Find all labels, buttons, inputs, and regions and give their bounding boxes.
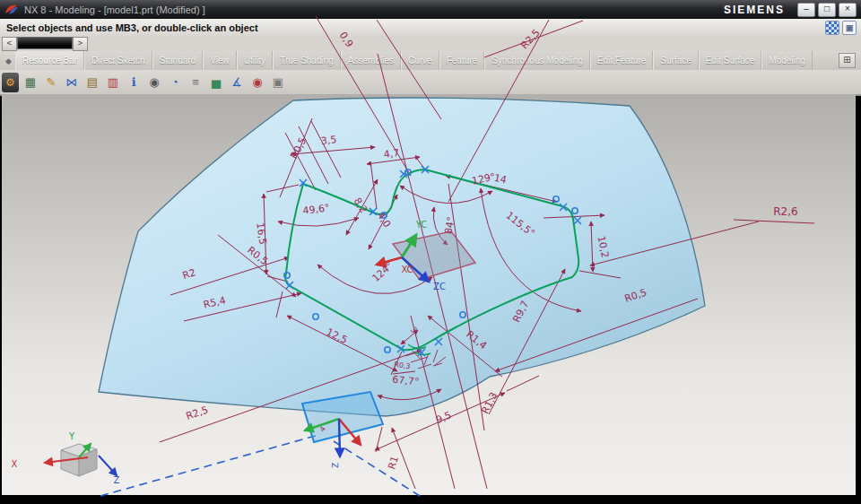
- clock-icon[interactable]: ◔: [166, 74, 184, 91]
- prompt-message: Select objects and use MB3, or double-cl…: [6, 22, 258, 33]
- tab-curve[interactable]: Curve: [401, 51, 439, 70]
- prompt-bar-icons: ▦▣: [825, 21, 857, 35]
- forward-button[interactable]: >: [73, 37, 88, 51]
- info-icon[interactable]: ℹ: [125, 74, 143, 91]
- toolbar-icons: ▦✎⋈▤▥ℹ◉◔≡▅∡◉▣: [22, 74, 287, 91]
- close-button[interactable]: ×: [839, 3, 857, 17]
- tab-true-shading[interactable]: True Shading: [273, 51, 341, 70]
- notes-icon[interactable]: ≡: [187, 74, 204, 91]
- nx-window: NX 8 - Modeling - [model1.prt (Modified)…: [0, 0, 861, 504]
- tab-standard[interactable]: Standard: [152, 51, 204, 70]
- tab-utility[interactable]: Utility: [237, 51, 273, 70]
- tab-view[interactable]: View: [203, 51, 237, 70]
- nx-logo-icon: [4, 4, 19, 15]
- roles-icon[interactable]: ◉: [248, 74, 266, 91]
- tab-surface[interactable]: Surface: [653, 51, 698, 70]
- tab-assemblies[interactable]: Assemblies: [341, 51, 401, 70]
- history-field[interactable]: [17, 37, 73, 49]
- tab-edit-surface[interactable]: Edit Surface: [699, 51, 761, 70]
- sketch-icon[interactable]: ✎: [42, 74, 60, 91]
- chart-icon[interactable]: ▅: [207, 74, 225, 91]
- toolbar-tabs: Resource BarDirect SketchStandardViewUti…: [15, 51, 813, 70]
- nav-row: < >: [0, 36, 861, 52]
- table-icon[interactable]: ▦: [22, 74, 39, 91]
- layers-icon[interactable]: ▥: [104, 74, 122, 91]
- expand-view-icon[interactable]: ▣: [842, 21, 857, 35]
- tab-direct-sketch[interactable]: Direct Sketch: [84, 51, 152, 70]
- tab-edit-feature[interactable]: Edit Feature: [590, 51, 653, 70]
- title-bar: NX 8 - Modeling - [model1.prt (Modified)…: [0, 0, 861, 20]
- toolbar-handle-icon: ◆: [2, 51, 15, 70]
- tab-feature[interactable]: Feature: [439, 51, 484, 70]
- clipboard-icon[interactable]: ▣: [269, 74, 287, 91]
- gear-icon[interactable]: ⚙: [2, 73, 19, 92]
- mirror-icon[interactable]: ⋈: [63, 74, 81, 91]
- toolbar-options-button[interactable]: ⊞: [839, 53, 856, 68]
- graphics-viewport[interactable]: [2, 94, 856, 495]
- minimize-button[interactable]: –: [797, 3, 815, 17]
- prompt-bar: Select objects and use MB3, or double-cl…: [0, 19, 861, 37]
- toolbar-tab-row: ◆ Resource BarDirect SketchStandardViewU…: [0, 51, 861, 71]
- siemens-logo: SIEMENS: [724, 4, 785, 16]
- tab-resource-bar[interactable]: Resource Bar: [15, 51, 84, 70]
- grid-icon[interactable]: ▤: [83, 74, 101, 91]
- render-style-icon[interactable]: ▦: [825, 21, 839, 35]
- tab-synchronous-modeling[interactable]: Synchronous Modeling: [484, 51, 590, 70]
- window-title: NX 8 - Modeling - [model1.prt (Modified)…: [24, 4, 205, 15]
- maximize-button[interactable]: □: [818, 3, 836, 17]
- toolbar-icon-row: ⚙ ▦✎⋈▤▥ℹ◉◔≡▅∡◉▣: [0, 70, 861, 96]
- tab-modeling[interactable]: Modeling: [761, 51, 813, 70]
- window-controls: –□×: [797, 3, 857, 17]
- snapshot-icon[interactable]: ◉: [145, 74, 163, 91]
- back-button[interactable]: <: [2, 37, 17, 51]
- angle-icon[interactable]: ∡: [228, 74, 246, 91]
